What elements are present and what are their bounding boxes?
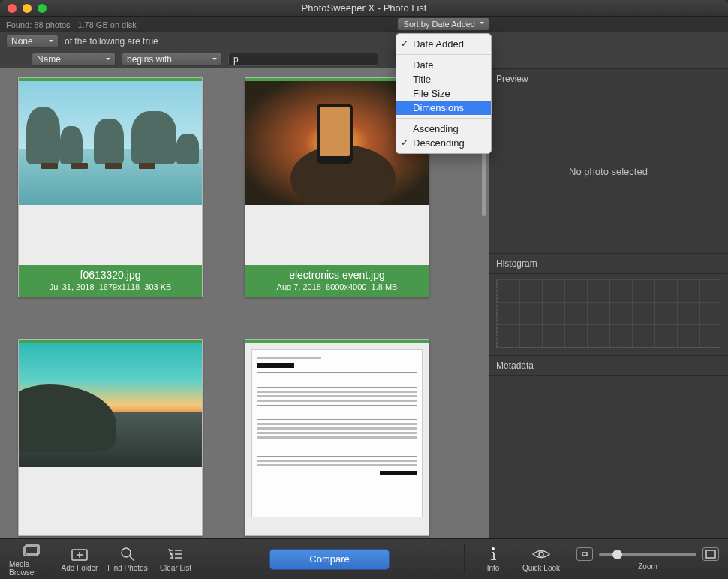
info-button[interactable]: Info <box>471 546 516 572</box>
preview-header: Preview <box>489 68 728 89</box>
magnifier-icon <box>118 546 137 562</box>
main-split: f0613320.jpg Jul 31, 2018 1679x1118 303 … <box>0 68 728 538</box>
photo-meta: electronics event.jpg Aug 7, 2018 6000x4… <box>245 265 429 297</box>
add-folder-button[interactable]: Add Folder <box>57 546 102 572</box>
info-icon <box>483 546 503 562</box>
status-bar: Found: 88 photos - 1.78 GB on disk Sort … <box>0 17 728 32</box>
button-label: Clear List <box>160 564 191 572</box>
histogram-header: Histogram <box>489 253 728 274</box>
menu-item-label: File Size <box>413 88 450 99</box>
menu-item-label: Date Added <box>413 38 464 50</box>
button-label: Add Folder <box>62 564 98 572</box>
button-label: Find Photos <box>107 564 147 572</box>
preview-empty-label: No photo selected <box>569 166 648 177</box>
svg-point-14 <box>492 548 494 550</box>
filter-operator-value: begins with <box>127 54 172 65</box>
compare-button[interactable]: Compare <box>269 549 390 570</box>
slider-knob[interactable] <box>612 550 622 559</box>
button-label: Media Browser <box>9 560 54 577</box>
sort-menu-label: Sort by Date Added <box>404 20 475 29</box>
sort-option-date-added[interactable]: Date Added <box>396 37 491 51</box>
clear-list-button[interactable]: Clear List <box>153 546 198 572</box>
photo-meta: f0613320.jpg Jul 31, 2018 1679x1118 303 … <box>19 265 202 297</box>
photo-card[interactable] <box>18 339 203 536</box>
sort-option-file-size[interactable]: File Size <box>396 86 491 101</box>
window-title: PhotoSweeper X - Photo List <box>0 2 728 14</box>
divider <box>464 544 465 574</box>
sidebar: Preview No photo selected Histogram Meta… <box>489 68 728 538</box>
menu-item-label: Date <box>413 59 433 71</box>
quick-look-button[interactable]: Quick Look <box>519 546 564 572</box>
filter-attribute-select[interactable]: Name <box>32 53 116 66</box>
photo-thumbnail <box>245 343 429 523</box>
photo-thumbnail <box>19 81 202 205</box>
photo-thumbnail <box>19 343 202 467</box>
metadata-header: Metadata <box>489 355 728 376</box>
find-photos-button[interactable]: Find Photos <box>105 546 150 572</box>
zoom-slider[interactable] <box>599 553 696 556</box>
button-label: Info <box>487 564 500 572</box>
filter-row-2: Name begins with <box>0 50 728 68</box>
titlebar: PhotoSweeper X - Photo List <box>0 0 728 17</box>
menu-item-label: Dimensions <box>413 102 464 113</box>
sort-order-descending[interactable]: Descending <box>396 136 491 150</box>
photo-filename: f0613320.jpg <box>20 269 200 281</box>
zoom-in-button[interactable] <box>702 547 719 561</box>
zoom-out-button[interactable] <box>576 547 593 561</box>
preview-body: No photo selected <box>489 89 728 253</box>
menu-item-label: Descending <box>413 137 465 149</box>
photo-stats: Jul 31, 2018 1679x1118 303 KB <box>20 282 200 291</box>
match-tail-label: of the following are true <box>65 36 158 47</box>
svg-rect-20 <box>706 550 715 558</box>
match-mode-select[interactable]: None <box>6 35 59 48</box>
eye-icon <box>531 546 551 562</box>
filter-row-1: None of the following are true <box>0 32 728 50</box>
histogram-body <box>496 279 720 348</box>
filter-value-input[interactable] <box>228 53 378 66</box>
divider <box>570 544 570 574</box>
svg-line-6 <box>130 556 134 561</box>
found-status: Found: 88 photos - 1.78 GB on disk <box>6 20 137 29</box>
menu-separator <box>396 54 491 55</box>
photo-card[interactable]: f0613320.jpg Jul 31, 2018 1679x1118 303 … <box>18 77 203 297</box>
app-window: PhotoSweeper X - Photo List Found: 88 ph… <box>0 0 728 579</box>
zoom-control: Zoom <box>576 547 719 571</box>
photo-stats: Aug 7, 2018 6000x4000 1.8 MB <box>247 282 427 291</box>
match-mode-value: None <box>11 36 33 47</box>
bottom-toolbar: Media Browser Add Folder Find Photos Cle… <box>0 538 728 579</box>
sort-menu: Date Added Date Title File Size Dimensio… <box>396 33 492 154</box>
button-label: Zoom <box>638 562 657 571</box>
svg-point-5 <box>122 548 131 557</box>
sort-option-title[interactable]: Title <box>396 72 491 86</box>
menu-item-label: Title <box>413 74 431 85</box>
media-browser-button[interactable]: Media Browser <box>9 542 54 577</box>
svg-point-18 <box>539 552 543 556</box>
filter-attribute-value: Name <box>37 54 61 65</box>
button-label: Compare <box>309 553 349 565</box>
sort-menu-button[interactable]: Sort by Date Added <box>397 17 489 31</box>
menu-separator <box>396 118 491 119</box>
photos-stack-icon <box>22 542 41 559</box>
menu-item-label: Ascending <box>413 123 459 134</box>
folder-plus-icon <box>70 546 89 562</box>
photo-card[interactable] <box>245 339 429 536</box>
clear-list-icon <box>166 546 185 562</box>
svg-rect-19 <box>582 553 587 556</box>
filter-operator-select[interactable]: begins with <box>122 53 222 66</box>
sort-order-ascending[interactable]: Ascending <box>396 122 491 136</box>
sort-option-date[interactable]: Date <box>396 58 491 72</box>
metadata-body <box>489 376 728 538</box>
photo-filename: electronics event.jpg <box>247 269 427 281</box>
sort-option-dimensions[interactable]: Dimensions <box>396 101 491 115</box>
button-label: Quick Look <box>522 564 560 572</box>
